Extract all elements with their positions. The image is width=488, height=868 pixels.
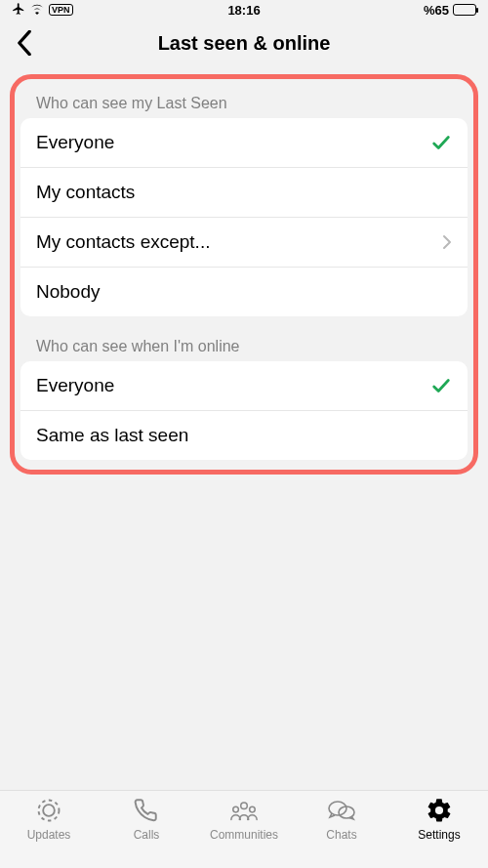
option-nobody[interactable]: Nobody	[20, 268, 468, 316]
svg-point-0	[43, 805, 55, 816]
option-label: My contacts except...	[36, 231, 210, 253]
highlight-frame: Who can see my Last Seen Everyone My con…	[10, 74, 478, 475]
tab-updates[interactable]: Updates	[0, 795, 98, 868]
back-button[interactable]	[8, 26, 41, 60]
online-list: Everyone Same as last seen	[20, 361, 468, 460]
status-time: 18:16	[227, 3, 260, 18]
online-header: Who can see when I'm online	[20, 328, 468, 361]
updates-icon	[33, 795, 64, 826]
battery-text: %65	[424, 3, 449, 18]
nav-bar: Last seen & online	[0, 20, 488, 66]
option-online-everyone[interactable]: Everyone	[20, 361, 468, 411]
option-my-contacts[interactable]: My contacts	[20, 168, 468, 218]
option-label: Everyone	[36, 375, 114, 396]
tab-calls[interactable]: Calls	[98, 795, 195, 868]
tab-label: Settings	[418, 828, 460, 842]
communities-icon	[228, 795, 260, 826]
svg-point-1	[39, 801, 60, 821]
option-label: My contacts	[36, 182, 135, 203]
calls-icon	[131, 795, 162, 826]
option-everyone[interactable]: Everyone	[20, 118, 468, 168]
tab-settings[interactable]: Settings	[390, 795, 488, 868]
tab-label: Updates	[27, 828, 71, 842]
vpn-badge: VPN	[49, 4, 73, 16]
option-same-as-last-seen[interactable]: Same as last seen	[20, 411, 468, 460]
tab-label: Calls	[134, 828, 160, 842]
last-seen-header: Who can see my Last Seen	[20, 85, 468, 118]
battery-icon	[453, 4, 476, 16]
option-label: Everyone	[36, 132, 114, 153]
airplane-icon	[12, 2, 25, 19]
tab-communities[interactable]: Communities	[195, 795, 293, 868]
chats-icon	[326, 795, 357, 826]
option-my-contacts-except[interactable]: My contacts except...	[20, 218, 468, 268]
page-title: Last seen & online	[158, 32, 331, 55]
svg-point-4	[250, 806, 256, 812]
last-seen-list: Everyone My contacts My contacts except.…	[20, 118, 468, 316]
svg-point-3	[233, 806, 239, 812]
tab-label: Chats	[326, 828, 356, 842]
check-icon	[430, 375, 452, 396]
option-label: Nobody	[36, 281, 101, 303]
tab-label: Communities	[210, 828, 278, 842]
settings-icon	[424, 795, 455, 826]
svg-point-2	[241, 803, 248, 809]
tab-chats[interactable]: Chats	[293, 795, 390, 868]
option-label: Same as last seen	[36, 425, 188, 446]
chevron-right-icon	[442, 234, 452, 250]
tab-bar: Updates Calls Communities Chats Settings	[0, 790, 488, 868]
status-bar: VPN 18:16 %65	[0, 0, 488, 20]
wifi-icon	[29, 3, 45, 18]
check-icon	[430, 132, 452, 153]
